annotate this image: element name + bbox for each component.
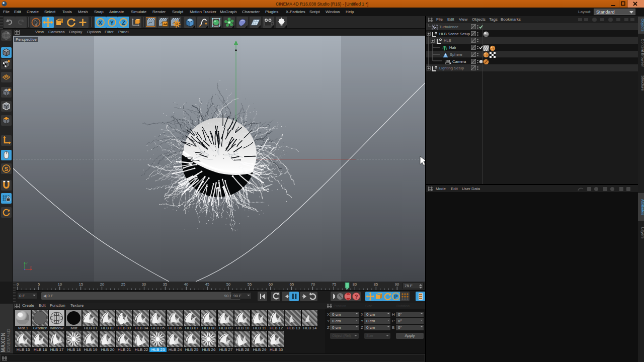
svg-text:Z: Z [122,20,125,26]
svg-text:X: X [30,266,32,269]
svg-text:S: S [5,166,8,172]
svg-text:?: ? [355,294,358,300]
svg-text:Y: Y [26,262,28,265]
svg-text:X: X [99,20,103,26]
svg-text:P: P [394,294,397,300]
svg-text:Y: Y [110,20,114,26]
